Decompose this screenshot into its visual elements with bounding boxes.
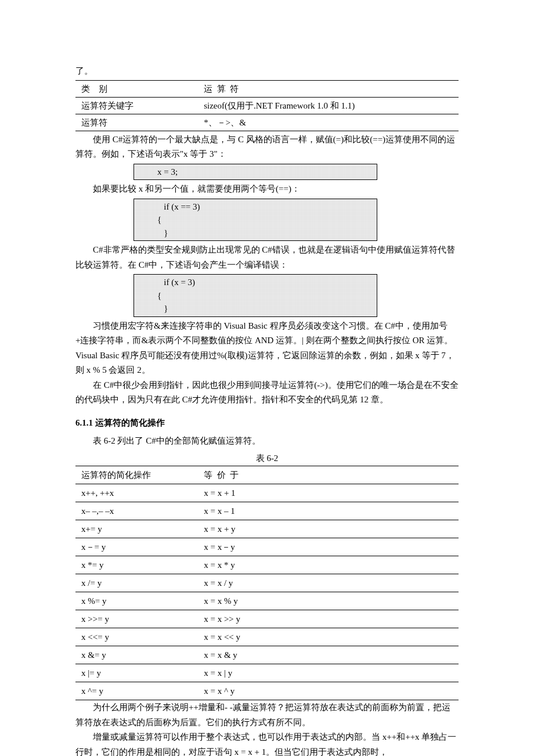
code-block: x = 3; [134, 164, 377, 181]
table-cell: x+= y [75, 520, 198, 538]
code-block: if (x == 3) { } [134, 199, 377, 242]
table-cell: x &= y [75, 646, 198, 664]
cell-text: 于 [230, 470, 239, 480]
table-cell: x++, ++x [75, 484, 198, 502]
table-cell: x = x + y [198, 520, 459, 538]
table-row: x+= yx = x + y [75, 520, 459, 538]
table-row: 类 别 运 算 符 [75, 80, 459, 97]
table-row: x ^= yx = x ^ y [75, 682, 459, 700]
table-cell: x = x / y [198, 574, 459, 592]
table-cell: x ^= y [75, 682, 198, 700]
table-row: x– –,– –xx = x – 1 [75, 502, 459, 520]
shorthand-operators-table: 运算符的简化操作 等 价 于 x++, ++xx = x + 1x– –,– –… [75, 466, 459, 700]
table-cell: x = x ^ y [198, 682, 459, 700]
table-cell: x－= y [75, 538, 198, 556]
table-cell: x = x >> y [198, 610, 459, 628]
table-header-cell: 类 别 [75, 80, 198, 97]
paragraph: 表 6-2 列出了 C#中的全部简化赋值运算符。 [75, 434, 459, 449]
table-row: x |= yx = x | y [75, 664, 459, 682]
table-cell: x |= y [75, 664, 198, 682]
table-cell: x = x – 1 [198, 502, 459, 520]
paragraph: 如果要比较 x 和另一个值，就需要使用两个等号(==)： [75, 182, 459, 197]
table-cell: x = x * y [198, 556, 459, 574]
table-row: x /= yx = x / y [75, 574, 459, 592]
operator-category-table: 类 别 运 算 符 运算符关键字 sizeof(仅用于.NET Framewor… [75, 80, 459, 131]
paragraph: 为什么用两个例子来说明++增量和- -减量运算符？把运算符放在表达式的前面称为前… [75, 700, 459, 730]
cell-text: 运 [204, 84, 212, 93]
table-row: x *= yx = x * y [75, 556, 459, 574]
table-cell: x >>= y [75, 610, 198, 628]
table-cell: x = x % y [198, 592, 459, 610]
table-row: 运算符的简化操作 等 价 于 [75, 466, 459, 484]
cell-text: 别 [99, 84, 107, 93]
table-row: 运算符 *、－>、& [75, 114, 459, 131]
table-cell: x = x | y [198, 664, 459, 682]
table-cell: *、－>、& [198, 114, 459, 131]
paragraph: C#非常严格的类型安全规则防止出现常见的 C#错误，也就是在逻辑语句中使用赋值运… [75, 243, 459, 272]
paragraph: 在 C#中很少会用到指针，因此也很少用到间接寻址运算符(->)。使用它们的唯一场… [75, 378, 459, 408]
table-header-cell: 运算符的简化操作 [75, 466, 198, 484]
table-cell: 运算符 [75, 114, 198, 131]
table-cell: sizeof(仅用于.NET Framework 1.0 和 1.1) [198, 97, 459, 114]
table-cell: x = x & y [198, 646, 459, 664]
text-line: 了。 [75, 64, 459, 79]
table-row: x %= yx = x % y [75, 592, 459, 610]
paragraph: 习惯使用宏字符&来连接字符串的 Visual Basic 程序员必须改变这个习惯… [75, 319, 459, 378]
table-caption: 表 6-2 [75, 451, 459, 466]
paragraph: 使用 C#运算符的一个最大缺点是，与 C 风格的语言一样，赋值(=)和比较(==… [75, 132, 459, 162]
paragraph: 增量或减量运算符可以作用于整个表达式，也可以作用于表达式的内部。当 x++和++… [75, 730, 459, 756]
table-row: x >>= yx = x >> y [75, 610, 459, 628]
code-block: if (x = 3) { } [134, 274, 377, 317]
cell-text: 等 [204, 470, 212, 480]
table-cell: x = x + 1 [198, 484, 459, 502]
cell-text: 价 [217, 470, 226, 480]
table-cell: x *= y [75, 556, 198, 574]
table-row: x &= yx = x & y [75, 646, 459, 664]
cell-text: 类 [81, 84, 90, 93]
cell-text: 算 [217, 84, 226, 93]
table-row: x++, ++xx = x + 1 [75, 484, 459, 502]
table-row: x <<= yx = x << y [75, 628, 459, 646]
table-cell: x = x << y [198, 628, 459, 646]
table-cell: x <<= y [75, 628, 198, 646]
table-cell: 运算符关键字 [75, 97, 198, 114]
table-cell: x– –,– –x [75, 502, 198, 520]
table-header-cell: 运 算 符 [198, 80, 459, 97]
cell-text: 符 [230, 84, 239, 93]
table-cell: x /= y [75, 574, 198, 592]
table-row: x－= yx = x－y [75, 538, 459, 556]
table-header-cell: 等 价 于 [198, 466, 459, 484]
section-heading: 6.1.1 运算符的简化操作 [75, 416, 459, 431]
table-cell: x %= y [75, 592, 198, 610]
table-row: 运算符关键字 sizeof(仅用于.NET Framework 1.0 和 1.… [75, 97, 459, 114]
table-cell: x = x－y [198, 538, 459, 556]
